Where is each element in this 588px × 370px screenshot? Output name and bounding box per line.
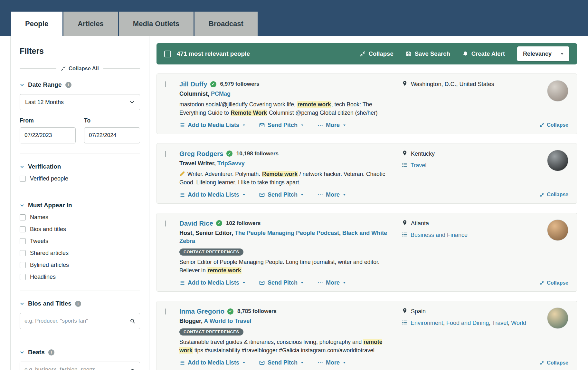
filter-section-verification: Verification Verified people [20, 163, 140, 182]
person-name-link[interactable]: David Rice [179, 219, 213, 227]
ellipsis-icon [318, 192, 323, 198]
checkbox[interactable] [20, 274, 26, 280]
date-from-input[interactable] [20, 127, 76, 143]
collapse-all-filters-button[interactable]: Collapse All [61, 65, 99, 72]
list-icon [179, 280, 185, 286]
filter-section-bios-and-titles: Bios and Titles [20, 300, 140, 329]
send-pitch-button[interactable]: Send Pitch [259, 279, 304, 286]
person-name-link[interactable]: Greg Rodgers [179, 150, 223, 158]
beat-link[interactable]: Business and Finance [411, 232, 468, 238]
collapse-card-button[interactable]: Collapse [539, 360, 568, 366]
must-appear-option-names[interactable]: Names [20, 214, 140, 221]
send-pitch-button[interactable]: Send Pitch [259, 122, 304, 129]
tab-broadcast[interactable]: Broadcast [194, 12, 258, 36]
section-divider [20, 192, 140, 192]
collapse-icon [539, 280, 544, 285]
tab-media-outlets[interactable]: Media Outlets [119, 12, 194, 36]
must-appear-in-section-header[interactable]: Must Appear In [20, 202, 140, 209]
collapse-card-button[interactable]: Collapse [539, 122, 568, 128]
date-range-section-header[interactable]: Date Range [20, 81, 140, 88]
envelope-icon [259, 280, 265, 286]
beat-link[interactable]: Travel [492, 320, 508, 326]
verified-icon: ✓ [210, 81, 216, 87]
ellipsis-icon [318, 122, 323, 128]
more-button[interactable]: More [318, 359, 346, 366]
beat-link[interactable]: World [511, 320, 526, 326]
outlet-link[interactable]: PCMag [211, 91, 231, 97]
info-icon[interactable] [48, 349, 54, 355]
select-person-checkbox[interactable] [165, 151, 166, 157]
tab-people[interactable]: People [11, 12, 62, 36]
select-person-checkbox[interactable] [165, 220, 166, 227]
send-pitch-button[interactable]: Send Pitch [259, 191, 304, 198]
outlet-link[interactable]: TripSavvy [217, 160, 245, 167]
beats-section-header[interactable]: Beats [20, 349, 140, 356]
must-appear-option-bios-and-titles[interactable]: Bios and titles [20, 226, 140, 233]
list-icon [179, 360, 185, 365]
verification-section-header[interactable]: Verification [20, 163, 140, 170]
add-to-media-lists-button[interactable]: Add to Media Lists [179, 279, 246, 286]
pencil-icon [179, 171, 185, 177]
more-button[interactable]: More [318, 191, 346, 198]
checkbox[interactable] [20, 226, 26, 232]
beat-link[interactable]: Travel [411, 162, 426, 169]
send-pitch-button[interactable]: Send Pitch [259, 359, 304, 366]
caret-down-icon [300, 281, 304, 285]
must-appear-option-bylined-articles[interactable]: Bylined articles [20, 262, 140, 268]
verification-option-verified-people[interactable]: Verified people [20, 175, 140, 182]
more-button[interactable]: More [318, 122, 346, 129]
verification-options: Verified people [20, 175, 140, 182]
caret-down-icon [343, 123, 346, 127]
outlet-link[interactable]: The People Managing People Podcast [235, 230, 339, 236]
checkbox[interactable] [20, 238, 26, 244]
must-appear-in-label: Must Appear In [28, 202, 72, 209]
collapse-icon [539, 123, 544, 128]
caret-down-icon [130, 367, 135, 370]
date-range-preset-select[interactable]: Last 12 Months [20, 94, 140, 110]
caret-down-icon [300, 193, 304, 197]
checkbox[interactable] [20, 214, 26, 220]
checkbox-label: Bios and titles [30, 226, 66, 233]
save-search-button[interactable]: Save Search [406, 50, 450, 57]
list-icon [179, 192, 185, 198]
select-all-checkbox[interactable] [164, 51, 171, 57]
caret-down-icon [343, 193, 346, 197]
collapse-all-label: Collapse All [69, 65, 99, 72]
checkbox[interactable] [20, 262, 26, 268]
date-range-inputs: From To [20, 117, 140, 143]
collapse-card-button[interactable]: Collapse [539, 192, 568, 198]
person-name-link[interactable]: Inma Gregorio [179, 307, 224, 315]
add-to-media-lists-button[interactable]: Add to Media Lists [179, 122, 246, 129]
collapse-results-button[interactable]: Collapse [360, 50, 394, 57]
person-name-link[interactable]: Jill Duffy [179, 80, 207, 88]
info-icon[interactable] [65, 82, 71, 88]
add-to-media-lists-button[interactable]: Add to Media Lists [179, 359, 246, 366]
create-alert-button[interactable]: Create Alert [462, 50, 505, 57]
add-to-media-lists-button[interactable]: Add to Media Lists [179, 191, 246, 198]
bios-and-titles-section-header[interactable]: Bios and Titles [20, 300, 140, 307]
select-person-checkbox[interactable] [165, 308, 166, 315]
sort-relevancy-dropdown[interactable]: Relevancy [517, 46, 569, 61]
sort-value: Relevancy [523, 51, 552, 57]
caret-down-icon [300, 123, 304, 127]
search-icon [130, 318, 135, 324]
checkbox[interactable] [20, 176, 26, 182]
ellipsis-icon [318, 360, 323, 365]
beat-link[interactable]: Food and Dining [446, 320, 489, 326]
beats-input[interactable] [20, 362, 140, 370]
beat-link[interactable]: Environment [411, 320, 443, 326]
more-button[interactable]: More [318, 279, 346, 286]
collapse-card-button[interactable]: Collapse [539, 280, 568, 286]
caret-down-icon [560, 52, 564, 56]
checkbox[interactable] [20, 250, 26, 256]
bios-titles-search-input[interactable] [20, 313, 140, 329]
info-icon[interactable] [75, 301, 81, 307]
beats-row: Travel [402, 161, 540, 169]
select-person-checkbox[interactable] [165, 81, 166, 87]
date-to-input[interactable] [84, 127, 140, 143]
tab-articles[interactable]: Articles [63, 12, 118, 36]
must-appear-option-shared-articles[interactable]: Shared articles [20, 250, 140, 257]
must-appear-option-tweets[interactable]: Tweets [20, 238, 140, 245]
outlet-link[interactable]: A World to Travel [204, 318, 251, 324]
must-appear-option-headlines[interactable]: Headlines [20, 274, 140, 280]
